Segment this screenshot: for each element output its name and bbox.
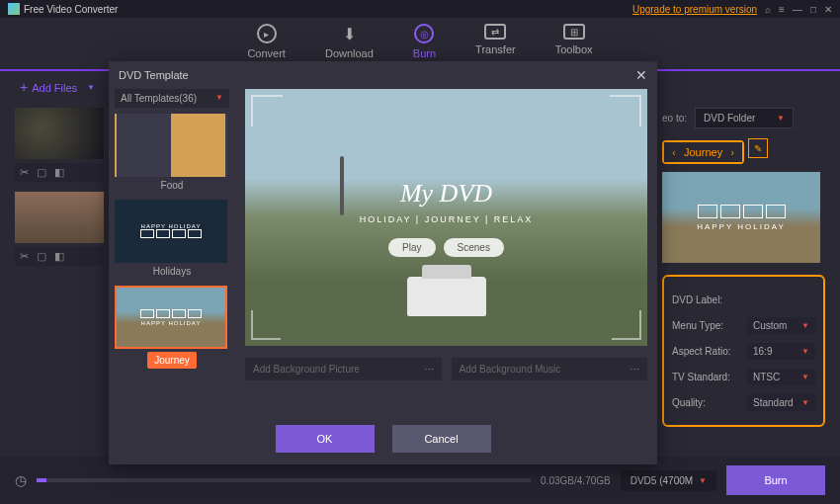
modal-close-icon[interactable]: ✕ <box>635 67 647 83</box>
template-preview-thumb: HAPPY HOLIDAY <box>662 172 820 263</box>
modal-title: DVD Template <box>119 69 189 81</box>
disc-type-dropdown[interactable]: DVD5 (4700M▼ <box>621 470 716 491</box>
burnto-label: eo to: <box>662 113 687 124</box>
dvdlabel-label: DVD Label: <box>672 294 741 305</box>
dvd-settings-panel: DVD Label: Menu Type:Custom▼ Aspect Rati… <box>662 275 825 427</box>
effect-icon[interactable]: ◧ <box>54 166 64 179</box>
template-item-food[interactable]: Food <box>115 114 229 194</box>
dvd-template-modal: DVD Template ✕ All Templates(36)▼ Food H… <box>109 61 657 464</box>
add-files-button[interactable]: +Add Files <box>20 79 77 95</box>
minimize-icon[interactable]: — <box>793 4 802 15</box>
browse-icon: ⋯ <box>630 364 639 375</box>
scrollbar-thumb[interactable] <box>340 156 344 215</box>
video-thumb[interactable] <box>15 192 104 243</box>
tab-label: Toolbox <box>555 43 593 55</box>
dvd-play-button[interactable]: Play <box>388 238 435 257</box>
ok-button[interactable]: OK <box>276 425 375 453</box>
template-item-holidays[interactable]: HAPPY HOLIDAY Holidays <box>115 200 229 280</box>
maximize-icon[interactable]: □ <box>810 4 816 15</box>
menutype-dropdown[interactable]: Custom▼ <box>747 317 815 334</box>
close-icon[interactable]: ✕ <box>824 4 832 15</box>
dvd-title-text: My DVD <box>400 179 492 209</box>
burn-button[interactable]: Burn <box>726 465 825 495</box>
app-logo <box>8 3 20 15</box>
quality-label: Quality: <box>672 397 741 408</box>
tab-label: Burn <box>413 47 436 59</box>
browse-icon: ⋯ <box>424 364 434 375</box>
menutype-label: Menu Type: <box>672 320 741 331</box>
template-item-journey[interactable]: HAPPY HOLIDAY Journey <box>115 286 229 369</box>
cancel-button[interactable]: Cancel <box>392 425 491 453</box>
tab-label: Download <box>325 47 374 59</box>
tvstd-dropdown[interactable]: NTSC▼ <box>747 369 815 385</box>
crop-icon[interactable]: ▢ <box>37 250 46 263</box>
effect-icon[interactable]: ◧ <box>54 250 64 263</box>
quality-dropdown[interactable]: Standard▼ <box>747 394 815 411</box>
template-name: Journey <box>684 146 722 158</box>
tab-label: Convert <box>247 47 286 59</box>
cut-icon[interactable]: ✂ <box>20 250 29 263</box>
template-next-button[interactable]: › <box>722 142 742 162</box>
dvd-scenes-button[interactable]: Scenes <box>444 238 504 257</box>
video-thumb[interactable] <box>15 108 104 159</box>
upgrade-link[interactable]: Upgrade to premium version <box>632 4 757 15</box>
template-filter-dropdown[interactable]: All Templates(36)▼ <box>115 89 229 108</box>
template-preview: My DVD HOLIDAY | JOURNEY | RELAX Play Sc… <box>245 89 647 346</box>
cut-icon[interactable]: ✂ <box>20 166 29 179</box>
app-title: Free Video Converter <box>24 4 118 15</box>
bg-picture-input[interactable]: Add Background Picture⋯ <box>245 358 442 380</box>
aspect-label: Aspect Ratio: <box>672 346 741 357</box>
template-prev-button[interactable]: ‹ <box>664 142 684 162</box>
disc-usage-bar <box>37 478 531 482</box>
aspect-dropdown[interactable]: 16:9▼ <box>747 343 815 360</box>
clock-icon[interactable]: ◷ <box>15 472 27 488</box>
tab-label: Transfer <box>475 43 516 55</box>
crop-icon[interactable]: ▢ <box>37 166 46 179</box>
edit-template-icon[interactable]: ✎ <box>748 138 768 158</box>
dvd-subtitle: HOLIDAY | JOURNEY | RELAX <box>360 214 534 224</box>
search-icon[interactable]: ⌕ <box>765 4 771 15</box>
chevron-down-icon[interactable]: ▼ <box>87 83 95 92</box>
disc-size-info: 0.03GB/4.70GB <box>541 475 611 486</box>
burnto-dropdown[interactable]: DVD Folder▼ <box>695 108 794 128</box>
bg-music-input[interactable]: Add Background Music⋯ <box>452 358 648 380</box>
tvstd-label: TV Standard: <box>672 372 741 382</box>
menu-icon[interactable]: ≡ <box>779 4 785 15</box>
